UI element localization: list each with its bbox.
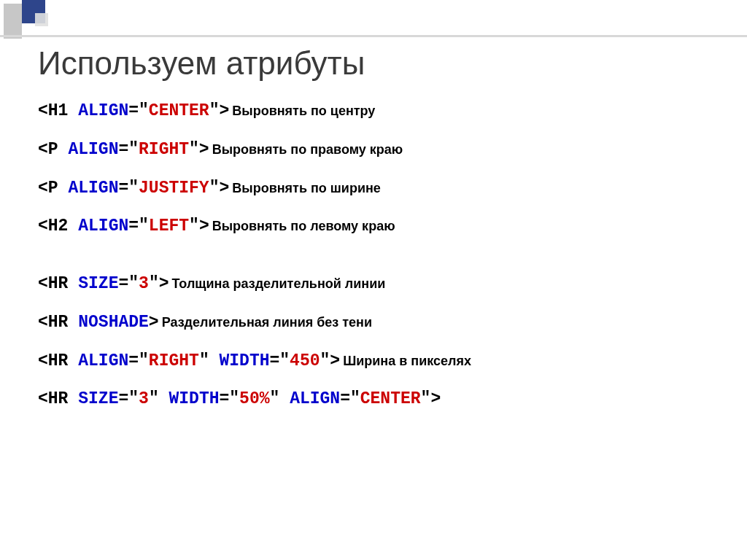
code-token: ="	[128, 217, 149, 236]
code-token: <	[38, 313, 48, 332]
code-token: WIDTH	[219, 351, 269, 370]
deco-rect-gray	[4, 4, 22, 39]
slide-corner-decoration	[0, 0, 131, 44]
code-token: ">	[209, 179, 230, 198]
code-token: 3	[139, 389, 149, 408]
code-token: HR	[48, 389, 78, 408]
example-row: <HR ALIGN="RIGHT" WIDTH="450">Ширина в п…	[38, 351, 718, 372]
code-snippet: <H2 ALIGN="LEFT">	[38, 217, 209, 236]
slide-title: Используем атрибуты	[38, 45, 718, 82]
code-token: 450	[290, 351, 320, 370]
code-token: <	[38, 351, 48, 370]
code-token: H2	[48, 217, 78, 236]
code-token: ="	[118, 179, 139, 198]
code-token: P	[48, 179, 69, 198]
code-token: ALIGN	[78, 101, 128, 120]
code-token: WIDTH	[169, 389, 219, 408]
code-token: JUSTIFY	[139, 179, 209, 198]
code-token: SIZE	[78, 389, 118, 408]
code-token: HR	[48, 351, 78, 370]
code-token: <	[38, 101, 48, 120]
code-snippet: <HR NOSHADE>	[38, 313, 159, 332]
code-token: "	[149, 389, 169, 408]
code-token: ="	[118, 140, 139, 159]
slide-divider	[0, 35, 747, 37]
code-token: ">	[209, 101, 230, 120]
deco-square-light	[35, 13, 48, 26]
example-description: Ширина в пикселях	[343, 354, 471, 368]
example-description: Выровнять по правому краю	[212, 142, 403, 157]
code-token: P	[48, 140, 69, 159]
code-token: ALIGN	[78, 217, 128, 236]
example-row: <H1 ALIGN="CENTER">Выровнять по центру	[38, 101, 718, 122]
code-token: ="	[220, 389, 240, 408]
code-token: <	[38, 274, 48, 293]
example-row: <H2 ALIGN="LEFT">Выровнять по левому кра…	[38, 216, 718, 237]
code-token: ="	[270, 351, 290, 370]
example-row: <HR NOSHADE>Разделительная линия без тен…	[38, 312, 718, 333]
example-row: <HR SIZE="3" WIDTH="50%" ALIGN="CENTER">	[38, 389, 718, 410]
slide-content: Используем атрибуты <H1 ALIGN="CENTER">В…	[38, 45, 718, 427]
code-token: <	[38, 389, 48, 408]
code-token: ALIGN	[78, 351, 128, 370]
code-snippet: <HR SIZE="3">	[38, 274, 169, 293]
example-row: <P ALIGN="RIGHT">Выровнять по правому кр…	[38, 139, 718, 160]
code-snippet: <HR SIZE="3" WIDTH="50%" ALIGN="CENTER">	[38, 389, 441, 408]
code-snippet: <H1 ALIGN="CENTER">	[38, 101, 229, 120]
code-token: 3	[139, 274, 149, 293]
code-token: ">	[189, 140, 209, 159]
code-token: H1	[48, 101, 78, 120]
code-snippet: <HR ALIGN="RIGHT" WIDTH="450">	[38, 351, 340, 370]
code-token: ">	[189, 217, 209, 236]
code-token: <	[38, 217, 48, 236]
code-token: ALIGN	[68, 179, 118, 198]
example-description: Выровнять по левому краю	[212, 219, 395, 233]
example-row: <P ALIGN="JUSTIFY">Выровнять по ширине	[38, 178, 718, 199]
example-description: Толщина разделительной линии	[171, 276, 385, 291]
code-token: HR	[48, 313, 78, 332]
code-token: NOSHADE	[78, 313, 149, 332]
code-token: ">	[421, 389, 441, 408]
code-token: "	[199, 351, 220, 370]
code-token: ">	[320, 351, 341, 370]
code-token: RIGHT	[149, 351, 199, 370]
code-snippet: <P ALIGN="RIGHT">	[38, 140, 209, 159]
code-token: ="	[128, 351, 149, 370]
code-token: ">	[149, 274, 169, 293]
code-snippet: <P ALIGN="JUSTIFY">	[38, 179, 229, 198]
example-description: Выровнять по центру	[232, 104, 375, 118]
example-description: Разделительная линия без тени	[162, 315, 372, 330]
attribute-examples-list: <H1 ALIGN="CENTER">Выровнять по центру<P…	[38, 101, 718, 410]
code-token: <	[38, 140, 48, 159]
code-token: CENTER	[360, 389, 421, 408]
example-row: <HR SIZE="3">Толщина разделительной лини…	[38, 273, 718, 295]
code-token: LEFT	[149, 217, 189, 236]
code-token: <	[38, 179, 48, 198]
code-token: RIGHT	[139, 140, 189, 159]
code-token: CENTER	[149, 101, 209, 120]
code-token: >	[149, 313, 159, 332]
code-token: ="	[340, 389, 360, 408]
code-token: SIZE	[78, 274, 118, 293]
code-token: ="	[128, 101, 149, 120]
example-description: Выровнять по ширине	[232, 181, 381, 195]
code-token: 50%	[239, 389, 269, 408]
code-token: HR	[48, 274, 78, 293]
code-token: ALIGN	[68, 140, 118, 159]
code-token: ALIGN	[290, 389, 340, 408]
code-token: ="	[118, 274, 139, 293]
code-token: "	[270, 389, 290, 408]
code-token: ="	[118, 389, 139, 408]
